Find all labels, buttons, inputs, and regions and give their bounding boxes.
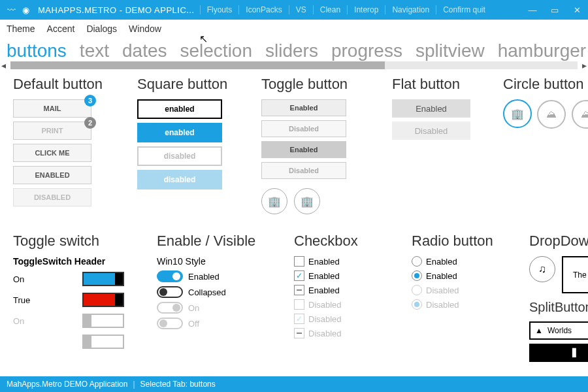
- section-toggle-switch: Toggle switch: [13, 233, 131, 250]
- rad-2[interactable]: Enabled: [412, 270, 503, 281]
- github-icon[interactable]: ◉: [18, 5, 33, 15]
- rad-1[interactable]: Enabled: [412, 256, 503, 267]
- book-icon: ▋: [567, 261, 588, 270]
- flat-disabled: Disabled: [392, 122, 470, 140]
- mail-button[interactable]: MAIL3: [13, 99, 91, 118]
- splitbutton-label: Worlds: [547, 326, 588, 335]
- book-icon-2: ▋: [572, 348, 578, 357]
- square-enabled-accent[interactable]: enabled: [137, 123, 222, 142]
- close-button[interactable]: ✕: [566, 5, 588, 15]
- disabled-button: DISABLED: [13, 188, 91, 206]
- w10-switch-off-dis: [157, 318, 183, 329]
- scroll-right-icon[interactable]: ▸: [582, 60, 587, 71]
- cmd-vs[interactable]: VS: [289, 5, 313, 14]
- ts-label-true: True: [13, 295, 30, 305]
- tab-hamburger[interactable]: hamburger: [498, 41, 586, 61]
- ts-label-on-dis: On: [13, 316, 24, 326]
- w10-switch-on-dis: [157, 302, 183, 314]
- splitbutton-worlds[interactable]: ▲ Worlds ⌄: [529, 321, 588, 340]
- badge-3: 3: [84, 95, 96, 106]
- flat-enabled[interactable]: Enabled: [392, 99, 470, 118]
- menu-window[interactable]: Window: [129, 24, 161, 34]
- dropdown-circle-music[interactable]: ♫: [529, 256, 555, 282]
- tab-selection[interactable]: selection: [180, 41, 253, 61]
- print-button[interactable]: PRINT2: [13, 122, 91, 140]
- menu-theme[interactable]: Theme: [7, 24, 35, 34]
- tab-scrollbar[interactable]: ◂ ▸: [10, 61, 578, 69]
- maximize-button[interactable]: ▭: [544, 5, 566, 15]
- rad-3: Disabled: [412, 285, 503, 295]
- app-title: MAHAPPS.METRO - DEMO APPLIC...: [38, 5, 195, 15]
- minimize-button[interactable]: —: [521, 5, 544, 15]
- tabstrip: buttons text dates selection sliders pro…: [0, 38, 588, 69]
- section-square-button: Square button: [137, 76, 235, 93]
- status-app: MahApps.Metro DEMO Application: [7, 380, 127, 389]
- tab-sliders[interactable]: sliders: [265, 41, 318, 61]
- chk-5: ✓Disabled: [294, 314, 385, 324]
- square-disabled-accent: disabled: [137, 170, 222, 189]
- w10-label-enabled: Enabled: [188, 272, 220, 282]
- circle-btn-3[interactable]: ⛰: [572, 100, 588, 129]
- menu-dialogs[interactable]: Dialogs: [86, 24, 117, 34]
- section-flat-button: Flat button: [392, 76, 477, 93]
- cmd-clean[interactable]: Clean: [313, 5, 347, 14]
- cmd-iconpacks[interactable]: IconPacks: [238, 5, 288, 14]
- w10-switch-enabled[interactable]: [157, 270, 183, 282]
- scrollbar-thumb[interactable]: [10, 61, 385, 69]
- toggleswitch-2[interactable]: [82, 293, 124, 307]
- togglebtn-disabled: Disabled: [261, 120, 346, 137]
- section-circle-button: Circle button: [503, 76, 588, 93]
- square-enabled[interactable]: enabled: [137, 99, 222, 119]
- win10-style-label: Win10 Style: [157, 256, 268, 267]
- section-splitbutton: SplitButton: [529, 300, 588, 315]
- tab-dates[interactable]: dates: [122, 41, 167, 61]
- cmd-navigation[interactable]: Navigation: [385, 5, 436, 14]
- ts-label-on: On: [13, 274, 24, 284]
- togglebtn-enabled[interactable]: Enabled: [261, 99, 346, 116]
- cmd-flyouts[interactable]: Flyouts: [200, 5, 239, 14]
- toggleswitch-header: ToggleSwitch Header: [13, 256, 131, 267]
- togglebtn-disabled2: Disabled: [261, 162, 346, 179]
- section-checkbox: Checkbox: [294, 233, 385, 250]
- togglebtn-enabled-pressed[interactable]: Enabled: [261, 141, 346, 158]
- section-radio: Radio button: [412, 233, 503, 250]
- splitbutton-2[interactable]: ▋: [529, 344, 588, 362]
- section-enable-visible: Enable / Visible: [157, 233, 268, 250]
- circle-btn-2[interactable]: ⛰: [537, 100, 566, 129]
- dropdown-content-box[interactable]: ▋ The Content ⌄: [562, 256, 588, 293]
- circle-toggle-1[interactable]: 🏢: [261, 188, 287, 214]
- titlebar: 〰 ◉ MAHAPPS.METRO - DEMO APPLIC... Flyou…: [0, 0, 588, 20]
- circle-toggle-2[interactable]: 🏢: [294, 188, 320, 214]
- square-disabled: disabled: [137, 146, 222, 166]
- chk-1[interactable]: Enabled: [294, 256, 385, 267]
- cmd-confirmquit[interactable]: Confirm quit: [436, 5, 492, 14]
- circle-btn-active[interactable]: 🏢: [503, 99, 532, 128]
- cmd-interop[interactable]: Interop: [347, 5, 385, 14]
- toggleswitch-3: [82, 314, 124, 328]
- menubar: Theme Accent Dialogs Window: [0, 20, 588, 38]
- toggleswitch-1[interactable]: [82, 272, 124, 286]
- chk-3[interactable]: Enabled: [294, 285, 385, 295]
- enabled-button[interactable]: ENABLED: [13, 166, 91, 184]
- badge-2: 2: [84, 117, 96, 129]
- menu-accent[interactable]: Accent: [47, 24, 75, 34]
- dropdown-content-label: The Content: [567, 270, 588, 280]
- status-selected-tab: Selected Tab: buttons: [140, 380, 216, 389]
- content-area: Default button MAIL3 PRINT2 CLICK ME ENA…: [0, 69, 588, 376]
- toggleswitch-4: [82, 335, 124, 349]
- mustache-icon[interactable]: 〰: [4, 5, 18, 15]
- w10-label-off: Off: [188, 319, 199, 329]
- section-toggle-button: Toggle button: [261, 76, 366, 93]
- w10-switch-collapsed[interactable]: [157, 286, 183, 298]
- tab-splitview[interactable]: splitview: [416, 41, 485, 61]
- section-dropdownbutton: DropDownButton: [529, 233, 588, 250]
- chk-4: Disabled: [294, 299, 385, 310]
- clickme-button[interactable]: CLICK ME: [13, 144, 91, 162]
- tab-progress[interactable]: progress: [331, 41, 402, 61]
- tab-text[interactable]: text: [80, 41, 109, 61]
- scroll-left-icon[interactable]: ◂: [1, 60, 6, 71]
- tab-buttons[interactable]: buttons: [7, 41, 67, 61]
- chk-6: Disabled: [294, 328, 385, 338]
- chk-2[interactable]: ✓Enabled: [294, 270, 385, 281]
- w10-label-on: On: [188, 303, 199, 313]
